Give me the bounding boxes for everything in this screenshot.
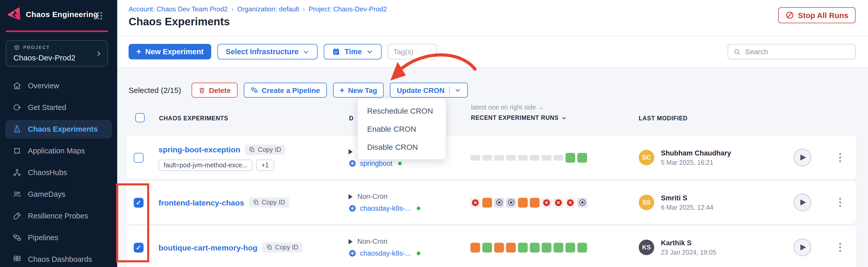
row-menu-button[interactable]: [837, 196, 843, 209]
sidebar-item-application-maps[interactable]: Application Maps: [5, 142, 112, 160]
run-failed[interactable]: [554, 198, 563, 207]
infrastructure-link[interactable]: chaosday-k8s-...: [360, 205, 411, 212]
run-failed[interactable]: [470, 198, 480, 207]
copy-icon: [266, 244, 272, 250]
row-checkbox[interactable]: [134, 153, 144, 162]
run-none[interactable]: [482, 155, 492, 160]
breadcrumb-project-link[interactable]: Project: Chaos-Dev-Prod2: [309, 5, 387, 13]
experiment-name-link[interactable]: frontend-latency-chaos: [158, 198, 244, 207]
breadcrumb-separator: ›: [231, 5, 234, 13]
delete-button[interactable]: Delete: [191, 83, 237, 98]
run-running[interactable]: [518, 198, 528, 207]
sidebar-item-label: Overview: [28, 82, 59, 90]
sidebar-item-get-started[interactable]: Get Started: [5, 98, 112, 117]
new-experiment-button[interactable]: + New Experiment: [129, 44, 211, 59]
run-completed[interactable]: [577, 242, 587, 252]
run-completed[interactable]: [482, 242, 492, 252]
sidebar-item-chaos-experiments[interactable]: Chaos Experiments: [5, 120, 112, 139]
run-stopped[interactable]: [494, 198, 504, 207]
run-completed[interactable]: [518, 242, 528, 252]
run-experiment-button[interactable]: [794, 149, 811, 166]
experiment-name-link[interactable]: boutique-cart-memory-hog: [158, 243, 257, 252]
menu-item-enable-cron[interactable]: Enable CRON: [358, 120, 445, 138]
time-filter-dropdown[interactable]: Time: [324, 44, 381, 59]
project-selector[interactable]: PROJECT Chaos-Dev-Prod2: [6, 40, 108, 67]
run-failed[interactable]: [565, 198, 575, 207]
run-none[interactable]: [542, 155, 552, 160]
run-none[interactable]: [554, 155, 563, 160]
menu-item-disable-cron[interactable]: Disable CRON: [358, 138, 445, 156]
run-none[interactable]: [530, 155, 539, 160]
tag-chip: fault=pod-jvm-method-exce...: [158, 159, 252, 171]
create-pipeline-label: Create a Pipeline: [262, 86, 320, 94]
run-running[interactable]: [530, 198, 539, 207]
select-infrastructure-dropdown[interactable]: Select Infrastructure: [217, 44, 317, 59]
cron-expander-icon[interactable]: [348, 239, 353, 244]
run-completed[interactable]: [530, 242, 539, 252]
new-experiment-label: New Experiment: [145, 48, 204, 56]
stop-all-runs-button[interactable]: Stop All Runs: [778, 7, 856, 23]
run-running[interactable]: [494, 242, 504, 252]
cron-expander-icon[interactable]: [348, 149, 353, 154]
row-checkbox[interactable]: [134, 242, 144, 252]
run-running[interactable]: [506, 242, 516, 252]
infrastructure-link[interactable]: springboot: [360, 159, 393, 167]
run-none[interactable]: [518, 155, 528, 160]
copy-id-button[interactable]: Copy ID: [245, 144, 285, 155]
sidebar-item-pipelines[interactable]: Pipelines: [5, 228, 112, 247]
sidebar-item-chaoshubs[interactable]: ChaosHubs: [5, 163, 112, 182]
run-none[interactable]: [470, 155, 480, 160]
run-completed[interactable]: [554, 242, 563, 252]
run-none[interactable]: [494, 155, 504, 160]
run-completed[interactable]: [565, 153, 575, 162]
run-completed[interactable]: [577, 153, 587, 162]
chevron-down-icon[interactable]: [455, 87, 461, 93]
infrastructure-link[interactable]: chaosday-k8s-...: [360, 249, 411, 257]
run-completed[interactable]: [565, 242, 575, 252]
row-menu-button[interactable]: [837, 241, 843, 254]
run-running[interactable]: [470, 242, 480, 252]
kubernetes-icon: [348, 205, 356, 212]
runs-order-note: latest one on right side →: [471, 104, 544, 111]
get-started-icon: [12, 103, 22, 112]
table-row: frontend-latency-chaos Copy ID Non-Cron: [126, 181, 856, 224]
column-header-recent-runs[interactable]: RECENT EXPERIMENT RUNS: [471, 115, 567, 121]
app-switcher-grid-icon[interactable]: [94, 11, 103, 20]
run-experiment-button[interactable]: [794, 239, 811, 256]
sidebar-item-overview[interactable]: Overview: [5, 77, 112, 95]
breadcrumb-separator: ›: [303, 5, 305, 13]
run-running[interactable]: [482, 198, 492, 207]
column-header-details-clipped: D: [349, 115, 353, 121]
select-all-checkbox[interactable]: [135, 113, 145, 122]
experiment-name-link[interactable]: spring-boot-exception: [158, 145, 240, 154]
new-tag-label: New Tag: [348, 86, 377, 94]
copy-id-button[interactable]: Copy ID: [262, 242, 302, 253]
search-input[interactable]: [745, 48, 850, 56]
run-stopped[interactable]: [577, 198, 587, 207]
sidebar-nav: Overview Get Started Chaos Experiments A…: [5, 77, 112, 267]
run-stopped[interactable]: [506, 198, 516, 207]
tags-filter-input[interactable]: [388, 44, 437, 59]
update-cron-button[interactable]: Update CRON: [390, 83, 468, 98]
menu-item-reschedule-cron[interactable]: Reschedule CRON: [358, 102, 445, 120]
new-tag-button[interactable]: + New Tag: [333, 83, 384, 98]
sidebar-item-label: ChaosHubs: [28, 168, 67, 177]
run-completed[interactable]: [542, 242, 552, 252]
app-title: Chaos Engineering: [26, 9, 98, 18]
cron-expander-icon[interactable]: [348, 194, 353, 199]
create-pipeline-button[interactable]: Create a Pipeline: [244, 83, 327, 98]
row-checkbox[interactable]: [134, 198, 144, 207]
row-menu-button[interactable]: [837, 151, 843, 164]
breadcrumb-account-link[interactable]: Account: Chaos Dev Team Prod2: [129, 5, 228, 13]
sidebar-item-gamedays[interactable]: GameDays: [5, 185, 112, 204]
sidebar-item-resilience-probes[interactable]: Resilience Probes: [5, 207, 112, 225]
run-none[interactable]: [506, 155, 516, 160]
avatar-initials: SC: [642, 154, 651, 161]
sidebar-item-chaos-dashboards[interactable]: Chaos Dashboards: [5, 250, 112, 267]
update-cron-menu: Reschedule CRON Enable CRON Disable CRON: [357, 98, 446, 159]
tag-more-chip[interactable]: +1: [256, 159, 274, 171]
run-experiment-button[interactable]: [794, 194, 811, 211]
run-failed[interactable]: [542, 198, 552, 207]
breadcrumb-organization-link[interactable]: Organization: default: [237, 5, 299, 13]
copy-id-button[interactable]: Copy ID: [249, 197, 289, 208]
